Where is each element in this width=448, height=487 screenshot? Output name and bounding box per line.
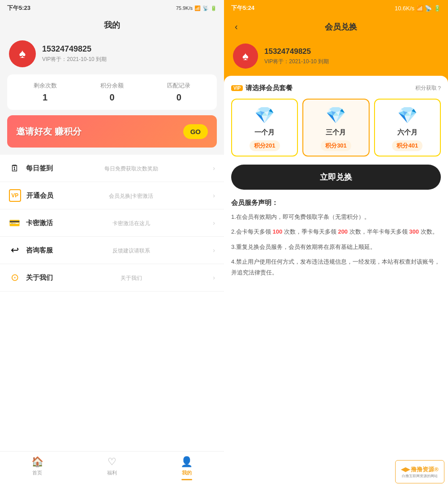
- diamond-three-month: 💎: [326, 106, 346, 125]
- vip-title: 开通会员: [26, 191, 53, 200]
- checkin-sub: 每日免费获取次数奖励: [104, 165, 158, 173]
- left-page-title: 我的: [0, 16, 224, 36]
- terms-title: 会员服务声明：: [231, 199, 441, 207]
- terms-item-4: 4.禁止用户使用任何方式，发布违法违规信息，一经发现，本站有权查封该账号，并追究…: [231, 257, 441, 278]
- mine-label: 我的: [182, 470, 192, 476]
- right-page-title: 会员兑换: [241, 22, 441, 32]
- left-status-icons: 75.9K/s 📶 📡 🔋: [176, 5, 217, 11]
- stat-remaining: 剩余次数 1: [34, 82, 57, 103]
- watermark-logo: ◀▶ 撸撸资源®: [401, 465, 439, 474]
- about-icon: ⊙: [9, 271, 21, 284]
- right-user-info: 15324749825 VIP将于：2021-10-10 到期: [264, 47, 329, 65]
- package-six-month[interactable]: 💎 六个月 积分401: [374, 99, 441, 157]
- checkin-row: 每日签到 每日免费获取次数奖励 ›: [26, 164, 215, 173]
- banner-go-button[interactable]: GO: [183, 124, 208, 139]
- service-chevron: ›: [213, 247, 215, 254]
- stats-card: 剩余次数 1 积分余额 0 匹配记录 0: [7, 74, 217, 110]
- left-vip-expiry: VIP将于：2021-10-10 到期: [42, 56, 107, 63]
- right-avatar: ♠: [233, 43, 258, 69]
- nav-welfare[interactable]: ♡ 福利: [75, 456, 150, 476]
- banner-text: 邀请好友 赚积分: [16, 126, 82, 138]
- points-link-icon: ?: [438, 85, 441, 91]
- right-header: ‹ 会员兑换: [224, 16, 448, 39]
- package-one-month-name: 一个月: [254, 128, 275, 137]
- right-speed: 10.6K/s: [395, 5, 414, 12]
- mine-icon: 👤: [181, 456, 193, 468]
- checkin-icon: 🗓: [9, 162, 21, 174]
- vip-section-title: VIP 请选择会员套餐: [231, 84, 293, 92]
- packages-row: 💎 一个月 积分201 💎 三个月 积分301 💎 六个月 积分401: [231, 99, 441, 157]
- right-status-icons: 10.6K/s 📶 📡 🔋: [395, 5, 441, 12]
- card-icon: 💳: [9, 217, 21, 229]
- home-label: 首页: [32, 470, 42, 476]
- highlight-200: 200: [338, 228, 348, 235]
- package-three-month-name: 三个月: [326, 128, 346, 137]
- menu-item-card[interactable]: 💳 卡密激活 卡密激活在这儿 ›: [0, 209, 224, 237]
- stat-remaining-label: 剩余次数: [34, 82, 57, 90]
- menu-item-about[interactable]: ⊙ 关于我们 关于我们 ›: [0, 264, 224, 291]
- watermark-inner: ◀▶ 撸撸资源® 白撸互联网资源的网站: [401, 465, 439, 478]
- vip-chevron: ›: [213, 192, 215, 199]
- highlight-100: 100: [272, 228, 282, 235]
- stat-points-value: 0: [109, 92, 114, 103]
- stat-matches-label: 匹配记录: [167, 82, 190, 90]
- checkin-title: 每日签到: [26, 164, 53, 173]
- vip-icon: VP: [9, 189, 21, 202]
- points-link-text: 积分获取: [415, 84, 437, 92]
- left-user-card: ♠ 15324749825 VIP将于：2021-10-10 到期: [0, 36, 224, 74]
- package-six-month-name: 六个月: [397, 128, 418, 137]
- left-time: 下午5:23: [7, 4, 30, 12]
- speed-indicator: 75.9K/s: [176, 5, 193, 11]
- right-panel: 下午5:24 10.6K/s 📶 📡 🔋 ‹ 会员兑换 ♠ 1532474982…: [224, 0, 448, 487]
- terms-content: 1.在会员有效期内，即可免费领取字条（无需积分）。 2.会卡每天多领 100 次…: [231, 212, 441, 278]
- invite-banner[interactable]: 邀请好友 赚积分 GO: [7, 115, 217, 148]
- card-row: 卡密激活 卡密激活在这儿 ›: [26, 219, 215, 227]
- stat-remaining-value: 1: [43, 92, 47, 103]
- stat-matches-value: 0: [177, 92, 181, 103]
- points-link[interactable]: 积分获取 ?: [415, 84, 441, 92]
- terms-item-1: 1.在会员有效期内，即可免费领取字条（无需积分）。: [231, 212, 441, 222]
- vip-section-header: VIP 请选择会员套餐 积分获取 ?: [231, 84, 441, 92]
- menu-item-vip[interactable]: VP 开通会员 会员兑换|卡密激活 ›: [0, 182, 224, 209]
- menu-item-checkin[interactable]: 🗓 每日签到 每日免费获取次数奖励 ›: [0, 155, 224, 182]
- left-user-info: 15324749825 VIP将于：2021-10-10 到期: [42, 44, 107, 63]
- redeem-button[interactable]: 立即兑换: [231, 165, 441, 190]
- card-chevron: ›: [213, 219, 215, 226]
- right-battery: 🔋: [434, 5, 441, 12]
- package-three-month[interactable]: 💎 三个月 积分301: [302, 99, 369, 157]
- signal-icon: 📶: [194, 5, 201, 11]
- nav-mine[interactable]: 👤 我的: [149, 456, 224, 480]
- right-signal: 📶: [416, 5, 423, 12]
- card-sub: 卡密激活在这儿: [112, 220, 150, 227]
- right-wifi: 📡: [425, 5, 432, 12]
- service-sub: 反馈建议请联系: [112, 247, 150, 255]
- right-user-card: ♠ 15324749825 VIP将于：2021-10-10 到期: [224, 39, 448, 76]
- home-icon: 🏠: [31, 456, 43, 468]
- about-chevron: ›: [213, 274, 215, 281]
- stat-points: 积分余额 0: [100, 82, 124, 103]
- left-status-bar: 下午5:23 75.9K/s 📶 📡 🔋: [0, 0, 224, 16]
- wifi-icon: 📡: [202, 5, 209, 11]
- vip-row: 开通会员 会员兑换|卡密激活 ›: [26, 191, 215, 200]
- stat-points-label: 积分余额: [100, 82, 124, 90]
- nav-home[interactable]: 🏠 首页: [0, 456, 75, 476]
- terms-item-3: 3.重复兑换会员服务，会员有效期将在原有基础上顺延。: [231, 242, 441, 252]
- mine-underline: [181, 479, 192, 480]
- service-title: 咨询客服: [26, 246, 53, 255]
- left-username: 15324749825: [42, 44, 107, 54]
- battery-icon: 🔋: [211, 5, 217, 11]
- welfare-label: 福利: [107, 470, 117, 476]
- package-one-month[interactable]: 💎 一个月 积分201: [231, 99, 298, 157]
- watermark-sub: 白撸互联网资源的网站: [402, 474, 438, 478]
- right-content: VIP 请选择会员套餐 积分获取 ? 💎 一个月 积分201 💎 三个月 积分3…: [224, 76, 448, 487]
- watermark: ◀▶ 撸撸资源® 白撸互联网资源的网站: [395, 460, 444, 483]
- service-icon: ↩: [9, 244, 21, 257]
- left-avatar: ♠: [9, 40, 36, 67]
- service-row: 咨询客服 反馈建议请联系 ›: [26, 246, 215, 255]
- terms-item-2: 2.会卡每天多领 100 次数，季卡每天多领 200 次数，半年卡每天多领 30…: [231, 226, 441, 237]
- package-one-month-points: 积分201: [250, 140, 280, 151]
- vip-sub: 会员兑换|卡密激活: [109, 192, 153, 200]
- menu-item-service[interactable]: ↩ 咨询客服 反馈建议请联系 ›: [0, 237, 224, 264]
- left-panel: 下午5:23 75.9K/s 📶 📡 🔋 我的 ♠ 15324749825 VI…: [0, 0, 224, 487]
- back-button[interactable]: ‹: [231, 20, 241, 34]
